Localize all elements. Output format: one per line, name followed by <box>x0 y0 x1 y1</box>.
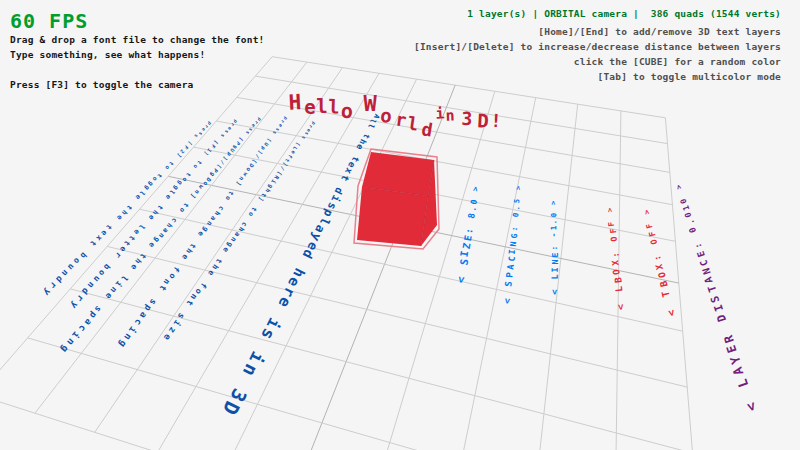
grid-line <box>95 68 343 433</box>
ground-grid <box>0 57 707 450</box>
help-cube-color: click the [CUBE] for a random color <box>574 57 781 67</box>
instruction-camera: Press [F3] to toggle the camera <box>10 80 194 90</box>
grid-line <box>445 98 536 450</box>
grid-line <box>28 338 699 450</box>
fps-counter: 60 FPS <box>10 11 88 31</box>
help-layer-distance: [Insert]/[Delete] to increase/decrease d… <box>414 42 781 52</box>
help-multicolor: [Tab] to toggle multicolor mode <box>597 72 781 82</box>
help-layers: [Home]/[End] to add/remove 3D text layer… <box>538 27 781 37</box>
grid-line <box>665 118 706 450</box>
grid-line <box>0 395 707 450</box>
grid-line <box>0 57 272 395</box>
stats-bar: 1 layer(s) | ORBITAL camera | 386 quads … <box>467 9 781 19</box>
cube[interactable] <box>354 149 439 249</box>
grid-line <box>527 104 578 450</box>
grid-line <box>614 111 621 450</box>
cube-face-front <box>357 187 428 246</box>
scene-canvas <box>0 0 800 450</box>
instruction-type: Type something, see what happens! <box>10 50 205 60</box>
instruction-drag-drop: Drag & drop a font file to change the fo… <box>10 35 265 45</box>
3d-viewport[interactable]: Allthetextdisplayedhereisin3Dpress[Left]… <box>0 0 800 450</box>
grid-line <box>158 73 380 450</box>
